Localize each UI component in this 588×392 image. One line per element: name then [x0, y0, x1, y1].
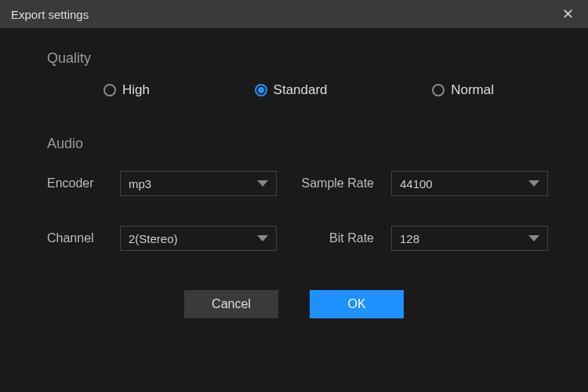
quality-radio-group: High Standard Normal — [47, 82, 541, 98]
chevron-down-icon — [528, 180, 539, 187]
quality-high-label: High — [122, 82, 150, 98]
sample-rate-value: 44100 — [400, 177, 433, 191]
dialog-buttons: Cancel OK — [47, 290, 541, 318]
quality-normal-label: Normal — [451, 82, 494, 98]
close-icon[interactable]: ✕ — [558, 5, 577, 23]
quality-standard-label: Standard — [274, 82, 328, 98]
chevron-down-icon — [257, 235, 268, 241]
encoder-label: Encoder — [47, 176, 106, 191]
window-title: Export settings — [11, 8, 89, 21]
radio-icon — [255, 84, 267, 96]
radio-dot-icon — [258, 87, 264, 93]
audio-form: Encoder mp3 Sample Rate 44100 Channel 2(… — [47, 171, 541, 251]
sample-rate-label: Sample Rate — [291, 176, 377, 191]
chevron-down-icon — [528, 235, 539, 241]
encoder-value: mp3 — [129, 177, 151, 191]
chevron-down-icon — [257, 180, 268, 187]
channel-dropdown[interactable]: 2(Stereo) — [120, 226, 277, 251]
quality-radio-standard[interactable]: Standard — [255, 82, 328, 98]
dialog-content: Quality High Standard Normal Audio Encod… — [0, 28, 588, 318]
encoder-dropdown[interactable]: mp3 — [120, 171, 277, 196]
radio-icon — [432, 84, 445, 96]
quality-section-label: Quality — [47, 50, 541, 67]
channel-label: Channel — [47, 231, 106, 245]
ok-button[interactable]: OK — [310, 290, 404, 318]
cancel-button[interactable]: Cancel — [184, 290, 278, 318]
bit-rate-value: 128 — [400, 232, 419, 245]
audio-section-label: Audio — [47, 136, 541, 152]
titlebar: Export settings ✕ — [0, 0, 588, 28]
quality-radio-normal[interactable]: Normal — [432, 82, 494, 98]
sample-rate-dropdown[interactable]: 44100 — [391, 171, 548, 196]
bit-rate-label: Bit Rate — [291, 231, 377, 245]
quality-radio-high[interactable]: High — [103, 82, 150, 98]
radio-icon — [103, 84, 116, 96]
channel-value: 2(Stereo) — [129, 232, 178, 245]
bit-rate-dropdown[interactable]: 128 — [391, 226, 548, 251]
